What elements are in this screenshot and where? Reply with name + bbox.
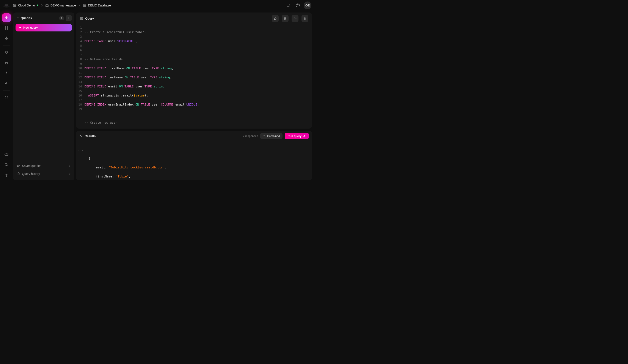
nav-explorer[interactable]	[2, 24, 11, 32]
chevron-right-icon	[78, 4, 81, 7]
svg-point-20	[7, 53, 8, 54]
favorite-button[interactable]	[272, 15, 279, 22]
breadcrumb-database[interactable]: DEMO Database	[83, 4, 111, 7]
nav-settings[interactable]	[2, 171, 11, 180]
svg-rect-3	[13, 4, 16, 5]
app-logo[interactable]	[2, 1, 10, 9]
nav-api[interactable]	[2, 93, 11, 102]
breadcrumb-label: DEMO namespace	[50, 4, 76, 7]
queries-sidebar: Queries 1 New query Saved queries Query …	[13, 12, 75, 180]
svg-point-23	[5, 164, 7, 166]
view-mode-button[interactable]: Combined	[260, 133, 282, 139]
nav-query[interactable]	[2, 13, 11, 22]
nav-search[interactable]	[2, 160, 11, 169]
nav-models[interactable]: ML	[2, 79, 11, 88]
breadcrumb-label: Cloud Demo	[18, 4, 35, 7]
run-query-button[interactable]: Run query	[285, 133, 309, 139]
svg-rect-4	[13, 5, 16, 6]
svg-rect-7	[287, 4, 289, 7]
breadcrumb-label: DEMO Database	[88, 4, 111, 7]
fold-arrow-icon[interactable]: ⌄	[78, 143, 81, 148]
fold-arrow-icon[interactable]: ⌄	[78, 148, 81, 152]
add-query-button[interactable]	[66, 15, 72, 21]
svg-point-17	[5, 51, 6, 52]
breadcrumb: Cloud Demo DEMO namespace DEMO Database	[13, 4, 282, 7]
news-icon[interactable]	[285, 2, 292, 9]
avatar[interactable]: OE	[304, 1, 312, 9]
new-query-button[interactable]: New query	[15, 24, 72, 31]
sidebar-title: Queries	[21, 16, 57, 20]
new-query-label: New query	[23, 26, 38, 29]
svg-rect-6	[83, 5, 86, 6]
nav-designer[interactable]	[2, 48, 11, 57]
results-panel: Results 7 responses Combined Run query ⌄…	[76, 131, 312, 180]
history-icon	[16, 172, 20, 176]
responses-count: 7 responses	[243, 134, 258, 138]
editor-title: Query	[85, 17, 269, 20]
svg-point-24	[6, 175, 7, 176]
nav-rail: f ML	[0, 11, 13, 182]
svg-rect-12	[5, 28, 6, 30]
nav-functions[interactable]: f	[2, 69, 11, 77]
svg-rect-5	[83, 4, 86, 5]
query-count-badge: 1	[59, 16, 64, 20]
svg-rect-11	[7, 26, 8, 28]
svg-text:f: f	[6, 71, 7, 75]
svg-rect-2	[4, 5, 8, 6]
lightning-icon	[18, 26, 22, 29]
svg-rect-10	[5, 26, 6, 28]
code-editor[interactable]: 1 2 3 4 5 6 7 8 9 10 11 ⌄12 13 14 15 16 …	[76, 25, 312, 128]
breadcrumb-instance[interactable]: Cloud Demo	[13, 4, 38, 7]
nav-graphql[interactable]	[2, 34, 11, 43]
chevron-right-icon	[41, 4, 43, 7]
breadcrumb-namespace[interactable]: DEMO namespace	[45, 4, 76, 7]
nav-auth[interactable]	[2, 58, 11, 67]
results-title: Results	[85, 134, 96, 138]
svg-rect-25	[80, 17, 82, 18]
status-dot-icon	[37, 4, 38, 6]
svg-rect-26	[80, 19, 82, 20]
lightning-icon	[79, 134, 82, 138]
chevron-right-icon	[69, 173, 71, 175]
query-history-button[interactable]: Query history	[15, 170, 72, 178]
svg-rect-21	[5, 62, 7, 64]
fold-arrow-icon[interactable]: ⌄	[78, 75, 79, 80]
topbar: Cloud Demo DEMO namespace DEMO Database …	[0, 0, 314, 11]
query-editor-panel: Query $ 1 2 3 4 5 6 7 8 9 10 11 ⌄12 13 1…	[76, 12, 312, 128]
list-icon	[263, 135, 266, 138]
format-button[interactable]	[282, 15, 289, 22]
help-icon[interactable]	[294, 2, 302, 9]
results-output[interactable]: ⌄ ⌄ [ { email: 'Tobie.Hitchcock@surreald…	[76, 141, 312, 180]
svg-point-9	[298, 6, 298, 6]
variables-button[interactable]: $	[302, 15, 309, 22]
svg-point-18	[7, 51, 8, 52]
saved-queries-button[interactable]: Saved queries	[15, 162, 72, 170]
send-icon	[303, 135, 306, 138]
magic-button[interactable]	[292, 15, 299, 22]
database-icon	[79, 17, 83, 20]
chevron-right-icon	[69, 165, 71, 167]
list-icon	[15, 16, 19, 20]
nav-cloud[interactable]	[2, 150, 11, 159]
svg-point-19	[5, 53, 6, 54]
svg-rect-13	[7, 28, 8, 30]
star-icon	[16, 164, 20, 168]
